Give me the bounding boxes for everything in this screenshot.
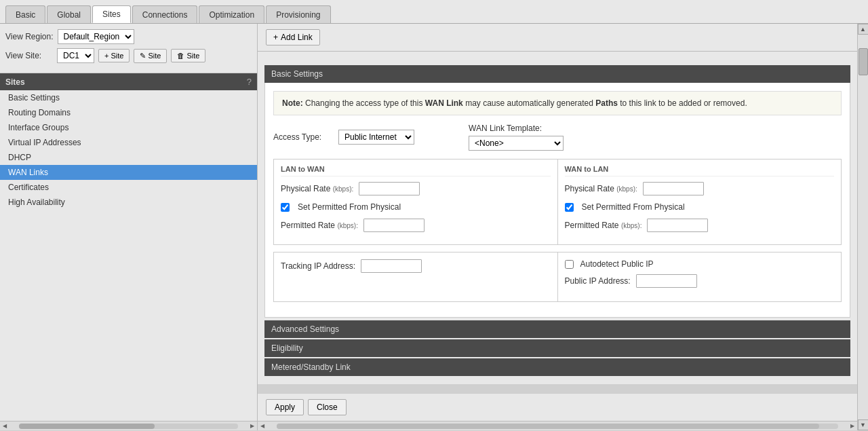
note-suffix: to this link to be added or removed. xyxy=(620,98,747,108)
edit-site-label: Site xyxy=(148,52,161,60)
sidebar-item-certificates[interactable]: Certificates xyxy=(0,180,257,195)
bottom-scroll-left[interactable]: ◀ xyxy=(258,421,267,431)
basic-settings-section: Basic Settings Note: Changing the access… xyxy=(264,65,850,318)
tracking-ip-row: Tracking IP Address: xyxy=(281,259,551,273)
main-layout: View Region: Default_Region View Site: D… xyxy=(0,24,868,430)
wan-template-group: WAN Link Template: <None> xyxy=(469,124,564,151)
tab-provisioning[interactable]: Provisioning xyxy=(266,5,330,23)
page-outer: Basic Global Sites Connections Optimizat… xyxy=(0,0,868,431)
access-type-group: Access Type: Public Internet Private MPL… xyxy=(273,130,414,145)
wan-permitted-rate-row: Permitted Rate (kbps): xyxy=(565,219,835,232)
wan-template-select[interactable]: <None> xyxy=(469,136,564,151)
tab-connections[interactable]: Connections xyxy=(132,5,198,23)
access-type-label: Access Type: xyxy=(273,132,334,142)
top-spacer xyxy=(264,58,850,65)
lan-set-permitted-label: Set Permitted From Physical xyxy=(298,202,401,212)
note-box: Note: Changing the access type of this W… xyxy=(273,91,842,115)
tracking-col: Tracking IP Address: xyxy=(273,252,558,302)
lan-permitted-rate-input[interactable] xyxy=(363,219,425,232)
lan-wan-columns: LAN to WAN Physical Rate (kbps): xyxy=(273,159,842,245)
right-scroll-thumb[interactable] xyxy=(859,48,868,75)
wan-set-permitted-label: Set Permitted From Physical xyxy=(582,202,685,212)
public-ip-row: Public IP Address: xyxy=(565,274,835,288)
autodetect-label: Autodetect Public IP xyxy=(580,259,654,269)
close-button[interactable]: Close xyxy=(308,399,347,415)
sidebar-item-dhcp[interactable]: DHCP xyxy=(0,150,257,165)
bottom-horizontal-scrollbar[interactable]: ◀ ▶ xyxy=(258,421,857,430)
lan-set-permitted-row: Set Permitted From Physical xyxy=(281,202,551,212)
autodetect-checkbox[interactable] xyxy=(565,260,574,269)
view-site-select[interactable]: DC1 xyxy=(57,48,94,63)
note-middle: may cause automatically generated xyxy=(465,98,595,108)
bottom-scroll-track xyxy=(277,424,838,429)
lan-physical-rate-row: Physical Rate (kbps): xyxy=(281,182,551,195)
add-link-button[interactable]: + Add Link xyxy=(266,29,320,45)
lan-to-wan-col: LAN to WAN Physical Rate (kbps): xyxy=(273,159,558,245)
right-vertical-scrollbar[interactable]: ▲ ▼ xyxy=(857,24,868,430)
scroll-left-arrow[interactable]: ◀ xyxy=(0,421,9,431)
right-panel: + Add Link Basic Settings xyxy=(258,24,868,430)
advanced-settings-header[interactable]: Advanced Settings xyxy=(264,320,850,338)
tab-global[interactable]: Global xyxy=(47,5,91,23)
advanced-settings-section: Advanced Settings xyxy=(264,320,850,338)
delete-site-button[interactable]: 🗑 Site xyxy=(171,49,205,62)
tab-optimization[interactable]: Optimization xyxy=(199,5,264,23)
autodetect-group: Autodetect Public IP Public IP Address: xyxy=(565,259,835,295)
tracking-ip-label: Tracking IP Address: xyxy=(281,261,355,271)
bottom-scroll-thumb[interactable] xyxy=(277,424,819,429)
tab-sites[interactable]: Sites xyxy=(92,5,131,23)
scrollbar-track xyxy=(19,424,238,429)
scroll-right-arrow[interactable]: ▶ xyxy=(248,421,257,431)
lan-set-permitted-checkbox[interactable] xyxy=(281,203,290,212)
sidebar-item-routing-domains[interactable]: Routing Domains xyxy=(0,105,257,120)
sidebar-item-interface-groups[interactable]: Interface Groups xyxy=(0,120,257,135)
scrollbar-thumb[interactable] xyxy=(19,424,155,429)
tab-basic[interactable]: Basic xyxy=(5,5,45,23)
wan-set-permitted-checkbox[interactable] xyxy=(565,203,574,212)
wan-set-permitted-row: Set Permitted From Physical xyxy=(565,202,835,212)
wan-physical-rate-input[interactable] xyxy=(643,182,704,195)
help-button[interactable]: ? xyxy=(247,77,252,87)
note-paths: Paths xyxy=(595,98,618,108)
sidebar-item-virtual-ip[interactable]: Virtual IP Addresses xyxy=(0,135,257,150)
sidebar-menu: Basic Settings Routing Domains Interface… xyxy=(0,90,257,210)
wan-permitted-rate-label: Permitted Rate (kbps): xyxy=(565,221,642,230)
view-region-label: View Region: xyxy=(5,32,54,41)
bottom-scroll-right[interactable]: ▶ xyxy=(848,421,857,431)
right-scroll-track xyxy=(858,35,869,419)
edit-site-button[interactable]: ✎ Site xyxy=(134,49,167,63)
add-site-button[interactable]: + Site xyxy=(98,49,130,62)
public-ip-input[interactable] xyxy=(636,274,697,288)
add-site-label: Site xyxy=(111,52,123,60)
wan-permitted-rate-input[interactable] xyxy=(647,219,708,232)
right-scroll-up[interactable]: ▲ xyxy=(858,24,869,35)
metered-header[interactable]: Metered/Standby Link xyxy=(264,358,850,376)
eligibility-header[interactable]: Eligibility xyxy=(264,339,850,357)
apply-button[interactable]: Apply xyxy=(266,399,304,415)
wan-content: Basic Settings Note: Changing the access… xyxy=(258,52,857,384)
tracking-ip-input[interactable] xyxy=(361,259,422,273)
access-type-select[interactable]: Public Internet Private MPLS Private Int… xyxy=(338,130,414,145)
sidebar-item-basic-settings[interactable]: Basic Settings xyxy=(0,90,257,105)
top-nav: Basic Global Sites Connections Optimizat… xyxy=(0,0,868,24)
content-inner: Basic Settings Note: Changing the access… xyxy=(258,52,857,393)
lan-permitted-rate-row: Permitted Rate (kbps): xyxy=(281,219,551,232)
sidebar-horizontal-scrollbar[interactable]: ◀ ▶ xyxy=(0,421,257,430)
tracking-autodetect-columns: Tracking IP Address: xyxy=(273,252,842,302)
view-region-select[interactable]: Default_Region xyxy=(58,29,134,44)
wan-physical-rate-label: Physical Rate (kbps): xyxy=(565,184,637,193)
public-ip-label: Public IP Address: xyxy=(565,276,631,286)
access-type-row: Access Type: Public Internet Private MPL… xyxy=(273,124,842,151)
wan-physical-rate-row: Physical Rate (kbps): xyxy=(565,182,835,195)
plus-icon: + xyxy=(104,52,108,60)
lan-permitted-rate-label: Permitted Rate (kbps): xyxy=(281,221,358,230)
autodetect-col: Autodetect Public IP Public IP Address: xyxy=(558,252,842,302)
wan-to-lan-header: WAN to LAN xyxy=(565,165,835,176)
right-scroll-down[interactable]: ▼ xyxy=(858,419,869,430)
basic-settings-header[interactable]: Basic Settings xyxy=(264,65,850,83)
sidebar-item-high-availability[interactable]: High Availability xyxy=(0,195,257,210)
lan-physical-rate-input[interactable] xyxy=(359,182,420,195)
note-text: Changing the access type of this xyxy=(305,98,425,108)
metered-section: Metered/Standby Link xyxy=(264,358,850,376)
sidebar-item-wan-links[interactable]: WAN Links xyxy=(0,165,257,180)
